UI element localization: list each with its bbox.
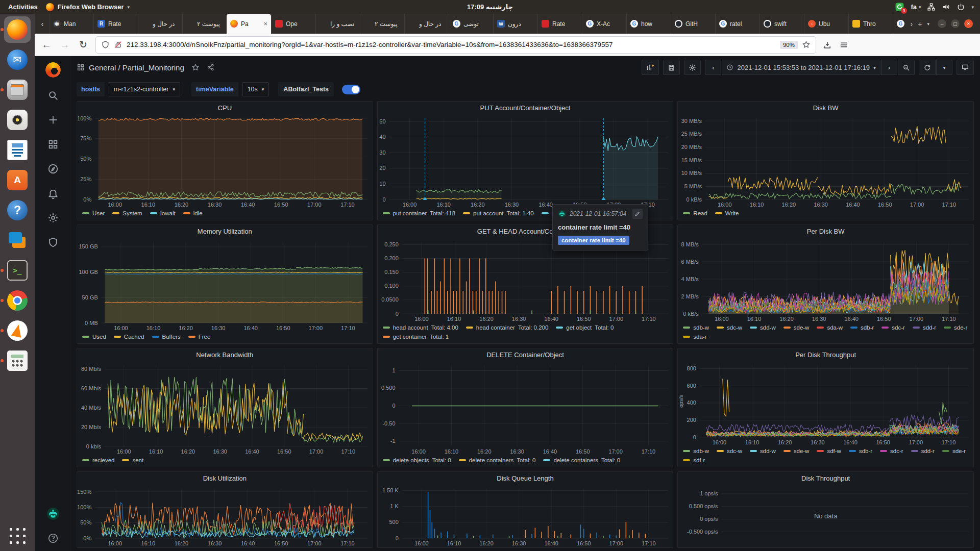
- power-icon[interactable]: [957, 3, 965, 11]
- menu-hamburger-icon[interactable]: [839, 40, 848, 49]
- legend-item[interactable]: sdb-r: [849, 446, 872, 456]
- panel-plot-put[interactable]: 5040302010016:0016:1016:2016:3016:4016:5…: [378, 114, 673, 209]
- dock-item-chrome[interactable]: [4, 287, 31, 314]
- panel-title-diskqueue[interactable]: Disk Queue Length: [378, 472, 673, 485]
- volume-icon[interactable]: [942, 3, 950, 11]
- browser-tab-9[interactable]: در حال و: [404, 14, 449, 34]
- messenger-tray-icon[interactable]: 1: [895, 2, 904, 12]
- legend-item[interactable]: User: [82, 209, 105, 218]
- forward-button[interactable]: →: [59, 39, 70, 51]
- legend-item[interactable]: sdd-r: [911, 446, 935, 456]
- legend-item[interactable]: sdf-w: [817, 446, 841, 456]
- new-tab-button[interactable]: +: [918, 20, 922, 28]
- browser-tab-20[interactable]: GOpe: [893, 14, 908, 34]
- panel-title-cpu[interactable]: CPU: [77, 102, 373, 114]
- legend-item[interactable]: sdc-r: [880, 446, 903, 456]
- chart-network[interactable]: 80 Mb/s60 Mb/s40 Mb/s20 Mb/s0 kb/s16:001…: [77, 361, 373, 456]
- legend-item[interactable]: delete containersTotal: 0: [459, 456, 536, 465]
- chart-delete[interactable]: 10.5000-0.50-116:0016:1016:2016:3016:401…: [378, 361, 673, 456]
- time-shift-back-button[interactable]: ‹: [705, 60, 721, 75]
- grafana-logo-icon[interactable]: [45, 62, 61, 78]
- panel-plot-diskqueue[interactable]: 1.50 K1 K500016:0016:1016:2016:3016:4016…: [378, 485, 673, 547]
- server-admin-icon[interactable]: [47, 237, 59, 248]
- alerting-icon[interactable]: [47, 188, 59, 199]
- panel-plot-gethead[interactable]: 0.2500.2000.1500.1000.0500016:0016:1016:…: [378, 238, 673, 323]
- zoom-level-badge[interactable]: 90%: [780, 41, 798, 49]
- legend-item[interactable]: sdc-w: [717, 323, 742, 332]
- browser-tab-8[interactable]: پیوست ۲: [360, 14, 404, 34]
- save-to-library-icon[interactable]: [823, 40, 832, 49]
- user-avatar[interactable]: [46, 507, 60, 520]
- url-text[interactable]: 212.33.198.4:3000/d/nSnoIkFnz/partial_mo…: [127, 41, 776, 48]
- legend-item[interactable]: sdf-r: [683, 456, 705, 465]
- dock-item-files[interactable]: [4, 77, 31, 103]
- browser-tab-2[interactable]: RRate: [93, 14, 138, 34]
- panel-plot-perdiskthroughput[interactable]: 800600400200016:0016:1016:2016:3016:4016…: [678, 361, 973, 446]
- chart-diskqueue[interactable]: 1.50 K1 K500016:0016:1016:2016:3016:4016…: [378, 485, 673, 547]
- dock-item-firebase[interactable]: [4, 317, 31, 344]
- maximize-button[interactable]: ◻: [951, 19, 960, 28]
- browser-tab-17[interactable]: swift: [760, 14, 804, 34]
- chart-diskbw[interactable]: 30 MB/s25 MB/s20 MB/s15 MB/s10 MB/s5 MB/…: [678, 114, 973, 209]
- activities-button[interactable]: Activities: [0, 3, 46, 11]
- legend-item[interactable]: sde-r: [942, 446, 966, 456]
- chart-diskutil[interactable]: 150%100%50%0%16:0016:1016:2016:3016:4016…: [77, 485, 373, 547]
- system-clock[interactable]: چارشنبه 17:09: [467, 0, 513, 14]
- legend-item[interactable]: sde-w: [783, 446, 810, 456]
- browser-tab-5-active[interactable]: Pa×: [227, 14, 271, 34]
- legend-item[interactable]: put containerTotal: 418: [383, 209, 455, 218]
- dock-item-writer[interactable]: [4, 137, 31, 163]
- create-icon[interactable]: [47, 114, 59, 126]
- legend-item[interactable]: Write: [715, 209, 739, 218]
- legend-item[interactable]: head containerTotal: 0.200: [466, 323, 549, 332]
- breadcrumb[interactable]: General / Partial_Monitoring: [77, 63, 184, 72]
- panel-title-perdiskthroughput[interactable]: Per Disk Throughput: [678, 348, 973, 361]
- app-menu[interactable]: Firefox Web Browser ▾: [46, 3, 130, 11]
- add-panel-button[interactable]: [642, 60, 659, 75]
- chart-perdiskbw[interactable]: 8 MB/s6 MB/s4 MB/s2 MB/s0 kB/s16:0016:10…: [678, 238, 973, 323]
- chart-cpu[interactable]: 100%75%50%25%0%16:0016:1016:2016:3016:40…: [77, 114, 373, 209]
- dock-item-app-grid[interactable]: [4, 522, 31, 549]
- panel-title-diskthroughput[interactable]: Disk Throughput: [678, 472, 973, 485]
- abolfazl-tests-toggle[interactable]: [342, 85, 360, 94]
- browser-tab-6[interactable]: Ope: [271, 14, 315, 34]
- legend-item[interactable]: sdb-r: [850, 323, 874, 332]
- browser-tab-16[interactable]: Gratel: [715, 14, 760, 34]
- network-icon[interactable]: [927, 3, 936, 11]
- browser-tab-14[interactable]: Ghow: [626, 14, 671, 34]
- dock-item-firefox[interactable]: [4, 16, 31, 43]
- dock-item-vmware[interactable]: [4, 227, 31, 254]
- back-button[interactable]: ←: [41, 39, 52, 51]
- reload-button[interactable]: ↻: [78, 39, 89, 51]
- list-tabs-icon[interactable]: ▾: [927, 21, 929, 27]
- legend-item[interactable]: Cached: [114, 332, 144, 341]
- chart-gethead[interactable]: 0.2500.2000.1500.1000.0500016:0016:1016:…: [378, 238, 673, 323]
- panel-plot-cpu[interactable]: 100%75%50%25%0%16:0016:1016:2016:3016:40…: [77, 114, 373, 209]
- variable-hostis-value[interactable]: m-r1z1s2-controller▾: [109, 82, 180, 96]
- chart-put[interactable]: 5040302010016:0016:1016:2016:3016:4016:5…: [378, 114, 673, 209]
- time-shift-forward-button[interactable]: ›: [881, 60, 897, 75]
- browser-tab-12[interactable]: Rate: [537, 14, 582, 34]
- help-icon[interactable]: [47, 533, 59, 544]
- legend-item[interactable]: Read: [683, 209, 707, 218]
- dock-item-calculator[interactable]: [4, 347, 31, 374]
- browser-tab-11[interactable]: Wدرون: [493, 14, 537, 34]
- panel-plot-diskutil[interactable]: 150%100%50%0%16:0016:1016:2016:3016:4016…: [77, 485, 373, 547]
- browser-tab-3[interactable]: در حال و: [138, 14, 182, 34]
- dashboards-icon[interactable]: [47, 139, 59, 150]
- save-dashboard-button[interactable]: [663, 60, 680, 75]
- dashboard-title[interactable]: General / Partial_Monitoring: [89, 63, 184, 72]
- legend-item[interactable]: get objectTotal: 0: [556, 323, 614, 332]
- legend-item[interactable]: sdc-r: [881, 323, 905, 332]
- favorite-star-icon[interactable]: [191, 63, 200, 71]
- search-icon[interactable]: [47, 90, 59, 101]
- legend-item[interactable]: sent: [122, 456, 143, 465]
- edit-annotation-button[interactable]: [632, 209, 643, 219]
- browser-tab-7[interactable]: نصب و را: [315, 14, 360, 34]
- panel-plot-delete[interactable]: 10.5000-0.50-116:0016:1016:2016:3016:401…: [378, 361, 673, 456]
- refresh-button[interactable]: [919, 60, 936, 75]
- panel-title-put[interactable]: PUT Account/Container/Object: [378, 102, 673, 114]
- keyboard-layout-indicator[interactable]: fa▾: [911, 3, 921, 11]
- browser-tab-10[interactable]: Gتوضی: [449, 14, 493, 34]
- panel-title-diskbw[interactable]: Disk BW: [678, 102, 973, 114]
